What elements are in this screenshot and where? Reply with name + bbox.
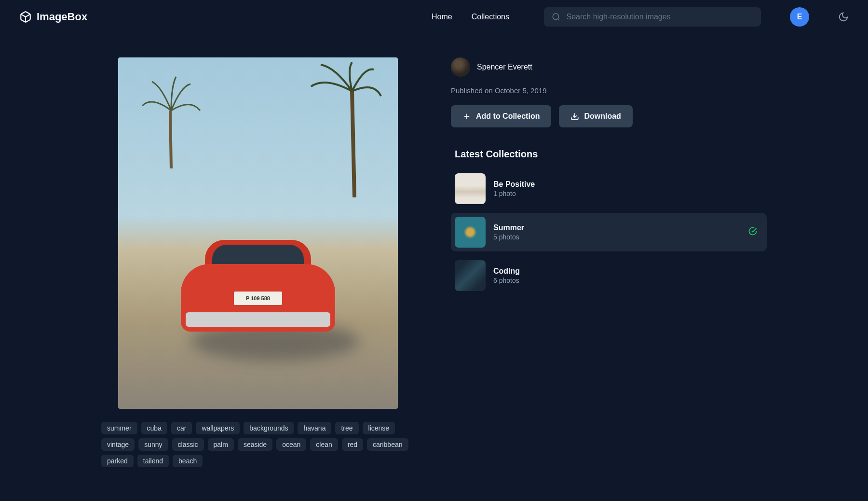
license-plate: P 109 588 [234,292,282,305]
svg-point-1 [553,14,558,19]
download-label: Download [584,112,621,121]
author-row[interactable]: Spencer Everett [451,57,767,77]
nav-home[interactable]: Home [432,13,452,21]
main-image: P 109 588 [118,57,398,409]
collection-count: 6 photos [493,277,520,284]
tag-item[interactable]: clean [310,438,338,451]
tag-item[interactable]: beach [173,455,203,467]
box-icon [19,11,32,23]
tag-item[interactable]: vintage [101,438,135,451]
collection-thumbnail [455,260,486,291]
author-avatar [451,57,470,77]
tag-item[interactable]: ocean [276,438,306,451]
collection-name: Be Positive [493,180,535,189]
tag-item[interactable]: backgrounds [244,422,294,434]
tag-item[interactable]: parked [101,455,134,467]
moon-icon [838,12,849,22]
download-button[interactable]: Download [559,105,632,127]
search-box[interactable] [544,7,761,27]
user-avatar[interactable]: E [790,7,809,27]
main-content: P 109 588 summercubacarwallpapersbackgro… [0,34,868,467]
tag-item[interactable]: havana [298,422,331,434]
collection-item[interactable]: Summer5 photos [451,213,767,251]
tag-item[interactable]: license [363,422,395,434]
brand-logo[interactable]: ImageBox [19,11,87,23]
collection-info: Be Positive1 photo [493,180,535,197]
search-icon [552,12,561,22]
tag-item[interactable]: seaside [238,438,272,451]
brand-name: ImageBox [37,11,87,23]
add-to-collection-button[interactable]: Add to Collection [451,105,551,127]
svg-line-2 [558,19,559,20]
author-name: Spencer Everett [477,63,532,71]
collection-name: Coding [493,267,520,276]
collection-thumbnail [455,173,486,204]
add-to-collection-label: Add to Collection [476,112,540,121]
collection-info: Coding6 photos [493,267,520,284]
tag-item[interactable]: wallpapers [196,422,240,434]
collection-count: 1 photo [493,190,535,197]
tag-item[interactable]: tailend [137,455,169,467]
plus-icon [462,112,471,121]
car-decoration: P 109 588 [181,235,335,332]
collection-item[interactable]: Be Positive1 photo [451,169,767,208]
app-header: ImageBox Home Collections E [0,0,868,34]
tag-list: summercubacarwallpapersbackgroundshavana… [101,422,415,467]
action-buttons: Add to Collection Download [451,105,767,127]
image-column: P 109 588 summercubacarwallpapersbackgro… [101,57,415,467]
tag-item[interactable]: car [171,422,192,434]
collections-list: Be Positive1 photoSummer5 photosCoding6 … [451,169,767,295]
publish-date: Published on October 5, 2019 [451,86,767,95]
main-nav: Home Collections E [432,7,849,27]
palm-tree-decoration [306,62,383,197]
tag-item[interactable]: red [342,438,363,451]
tag-item[interactable]: classic [172,438,204,451]
collection-info: Summer5 photos [493,223,524,241]
details-column: Spencer Everett Published on October 5, … [451,57,767,467]
download-icon [570,112,579,121]
palm-tree-decoration [137,72,205,168]
collection-thumbnail [455,217,486,248]
tag-item[interactable]: caribbean [367,438,408,451]
tag-item[interactable]: palm [208,438,234,451]
tag-item[interactable]: cuba [141,422,167,434]
tag-item[interactable]: tree [335,422,358,434]
tag-item[interactable]: summer [101,422,137,434]
collection-name: Summer [493,223,524,232]
latest-collections-title: Latest Collections [451,149,767,160]
theme-toggle[interactable] [838,12,849,22]
search-input[interactable] [567,13,753,21]
collection-item[interactable]: Coding6 photos [451,256,767,295]
collection-count: 5 photos [493,233,524,241]
nav-collections[interactable]: Collections [472,13,509,21]
tag-item[interactable]: sunny [138,438,168,451]
check-icon [748,227,757,237]
